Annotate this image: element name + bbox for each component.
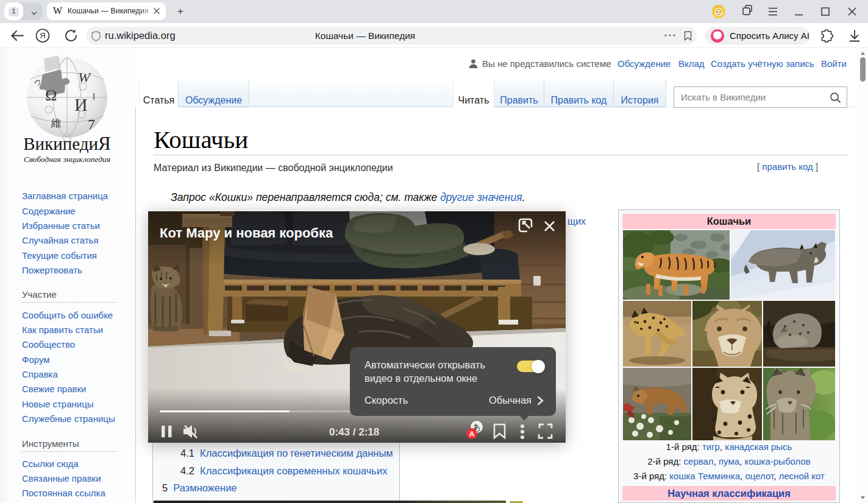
svg-text:ا: ا: [93, 93, 95, 102]
svg-text:7: 7: [88, 116, 95, 132]
svg-text:Я: Я: [40, 31, 45, 40]
svg-text:Ω: Ω: [45, 86, 57, 104]
svg-text:A: A: [469, 430, 475, 438]
svg-text:И: И: [74, 94, 88, 114]
svg-text:ВикипедиЯ: ВикипедиЯ: [23, 133, 110, 154]
svg-text:維: 維: [51, 118, 62, 129]
svg-text:0:43 / 2:18: 0:43 / 2:18: [329, 426, 379, 438]
svg-text:W: W: [78, 69, 91, 85]
svg-text:Свободная энциклопедия: Свободная энциклопедия: [24, 155, 110, 164]
svg-text:Кот Мару и новая коробка: Кот Мару и новая коробка: [160, 225, 333, 241]
